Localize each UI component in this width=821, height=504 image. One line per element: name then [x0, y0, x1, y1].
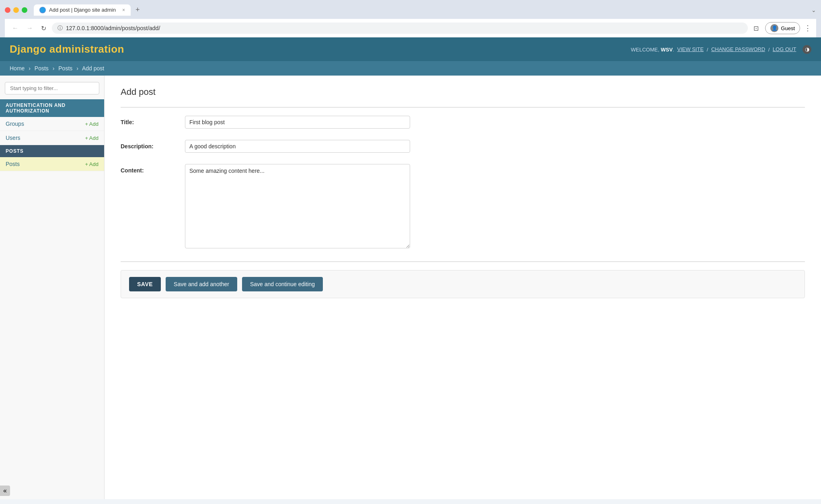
browser-nav-right: ⊡ 👤 Guest ⋮: [751, 22, 811, 34]
content-textarea[interactable]: Some amazing content here...: [185, 164, 410, 248]
browser-top-bar: 🌐 Add post | Django site admin × + ⌄: [5, 4, 816, 16]
save-add-button[interactable]: Save and add another: [166, 277, 237, 291]
breadcrumb-sep-1: ›: [29, 65, 31, 72]
kebab-menu-button[interactable]: ⋮: [804, 24, 811, 33]
new-tab-button[interactable]: +: [132, 4, 143, 16]
sidebar-users-add[interactable]: + Add: [85, 135, 99, 141]
browser-nav-bar: ← → ↻ ⓘ 127.0.0.1:8000/admin/posts/post/…: [5, 19, 816, 37]
traffic-light-close[interactable]: [5, 7, 10, 13]
title-input[interactable]: [185, 116, 410, 129]
breadcrumb-sep-2: ›: [53, 65, 55, 72]
content-area: Add post Title: Description: Content: So…: [105, 76, 821, 499]
traffic-light-maximize[interactable]: [22, 7, 27, 13]
form-divider-top: [121, 107, 805, 108]
content-field: Some amazing content here...: [185, 164, 410, 250]
address-bar[interactable]: ⓘ 127.0.0.1:8000/admin/posts/post/add/: [52, 23, 748, 34]
browser-chrome: 🌐 Add post | Django site admin × + ⌄ ← →…: [0, 0, 821, 37]
save-continue-button[interactable]: Save and continue editing: [242, 277, 323, 291]
main-layout: AUTHENTICATION AND AUTHORIZATION Groups …: [0, 76, 821, 499]
sidebar-toggle-button[interactable]: ⊡: [751, 23, 761, 34]
description-input[interactable]: [185, 140, 410, 153]
tab-close-btn[interactable]: ×: [122, 7, 125, 13]
sidebar-groups-add[interactable]: + Add: [85, 121, 99, 127]
sidebar-item-users[interactable]: Users + Add: [0, 131, 104, 145]
form-row-title: Title:: [121, 116, 805, 132]
breadcrumb-sep-3: ›: [76, 65, 78, 72]
description-label: Description:: [121, 140, 185, 150]
content-label: Content:: [121, 164, 185, 174]
address-secure-icon: ⓘ: [57, 25, 63, 32]
collapse-sidebar-button[interactable]: «: [0, 486, 10, 496]
title-label: Title:: [121, 116, 185, 125]
sidebar: AUTHENTICATION AND AUTHORIZATION Groups …: [0, 76, 105, 499]
welcome-text: WELCOME,: [631, 46, 661, 52]
sidebar-groups-label: Groups: [6, 121, 24, 127]
django-header: Django administration WELCOME, WSV. VIEW…: [0, 37, 821, 61]
traffic-light-minimize[interactable]: [13, 7, 19, 13]
page-title: Add post: [121, 87, 805, 97]
sidebar-section-posts: POSTS: [0, 145, 104, 157]
username: WSV: [661, 46, 673, 52]
django-title: Django administration: [10, 43, 124, 55]
profile-icon: 👤: [770, 24, 778, 32]
breadcrumb-posts-2[interactable]: Posts: [58, 65, 72, 72]
browser-expand-icon[interactable]: ⌄: [811, 7, 816, 13]
form-divider-bottom: [121, 261, 805, 262]
sidebar-section-auth: AUTHENTICATION AND AUTHORIZATION: [0, 99, 104, 117]
view-site-link[interactable]: VIEW SITE: [677, 46, 704, 52]
browser-tab-active[interactable]: 🌐 Add post | Django site admin ×: [34, 4, 131, 16]
address-url: 127.0.0.1:8000/admin/posts/post/add/: [66, 25, 742, 31]
breadcrumb-posts-1[interactable]: Posts: [35, 65, 49, 72]
breadcrumb-current: Add post: [82, 65, 104, 72]
django-user-nav: WELCOME, WSV. VIEW SITE / CHANGE PASSWOR…: [631, 45, 811, 54]
sidebar-users-label: Users: [6, 135, 21, 141]
description-field: [185, 140, 410, 153]
traffic-lights: [5, 7, 27, 13]
breadcrumb-bar: Home › Posts › Posts › Add post: [0, 61, 821, 76]
breadcrumb-home[interactable]: Home: [10, 65, 25, 72]
title-field: [185, 116, 410, 129]
form-row-content: Content: Some amazing content here...: [121, 164, 805, 253]
profile-button[interactable]: 👤 Guest: [765, 22, 800, 34]
theme-toggle-button[interactable]: ◑: [803, 45, 811, 54]
change-password-link[interactable]: CHANGE PASSWORD: [711, 46, 765, 52]
logout-link[interactable]: LOG OUT: [773, 46, 796, 52]
save-button[interactable]: SAVE: [129, 277, 161, 291]
refresh-button[interactable]: ↻: [39, 23, 49, 34]
back-button[interactable]: ←: [10, 23, 21, 33]
profile-label: Guest: [781, 25, 795, 31]
forward-button[interactable]: →: [24, 23, 35, 33]
tab-favicon: 🌐: [39, 7, 46, 13]
submit-row: SAVE Save and add another Save and conti…: [121, 270, 805, 298]
sidebar-filter-input[interactable]: [5, 82, 99, 94]
tab-title: Add post | Django site admin: [49, 7, 116, 13]
sidebar-posts-add[interactable]: + Add: [85, 161, 99, 167]
browser-tab-bar: 🌐 Add post | Django site admin × +: [34, 4, 811, 16]
sidebar-item-posts[interactable]: Posts + Add: [0, 157, 104, 171]
sidebar-posts-label: Posts: [6, 161, 20, 167]
sidebar-item-groups[interactable]: Groups + Add: [0, 117, 104, 131]
form-row-description: Description:: [121, 140, 805, 156]
